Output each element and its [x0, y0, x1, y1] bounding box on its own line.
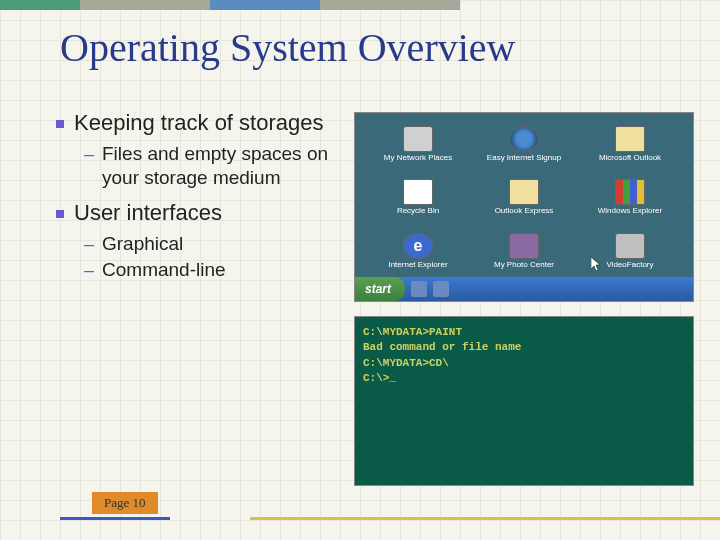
start-button[interactable]: start: [355, 277, 405, 301]
top-accent-bar: [0, 0, 720, 10]
start-label: start: [365, 282, 391, 296]
bullet-text: User interfaces: [74, 200, 222, 226]
bullet-dot-icon: [56, 210, 64, 218]
terminal-line: C:\>_: [363, 371, 685, 386]
outlook-express-icon-glyph: [509, 179, 539, 205]
bullet-item: Keeping track of storages – Files and em…: [56, 110, 346, 190]
desktop-icon-label: Microsoft Outlook: [599, 154, 661, 162]
footer-accent-blue: [60, 517, 170, 520]
bullet-list: Keeping track of storages – Files and em…: [56, 110, 346, 292]
bullet-item: User interfaces – Graphical – Command-li…: [56, 200, 346, 282]
sub-bullet-item: – Files and empty spaces on your storage…: [84, 142, 346, 190]
easy-internet-icon-glyph: [509, 126, 539, 152]
desktop-icon-label: Easy Internet Signup: [487, 154, 561, 162]
cursor-icon: [591, 257, 603, 273]
windows-explorer-icon[interactable]: Windows Explorer: [577, 171, 683, 225]
outlook-icon[interactable]: Microsoft Outlook: [577, 117, 683, 171]
desktop-icon-label: My Photo Center: [494, 261, 554, 269]
desktop-icon-label: VideoFactory: [607, 261, 654, 269]
windows-explorer-icon-glyph: [615, 179, 645, 205]
desktop-icon-label: Recycle Bin: [397, 207, 439, 215]
sub-bullet-text: Files and empty spaces on your storage m…: [102, 142, 346, 190]
footer-accent-yellow: [250, 517, 720, 520]
desktop-screenshot: My Network PlacesEasy Internet SignupMic…: [354, 112, 694, 302]
taskbar-tray-icon: [433, 281, 449, 297]
recycle-bin-icon-glyph: [403, 179, 433, 205]
bullet-text: Keeping track of storages: [74, 110, 323, 136]
desktop-icon-label: Internet Explorer: [388, 261, 447, 269]
ie-icon[interactable]: eInternet Explorer: [365, 224, 471, 278]
network-places-icon[interactable]: My Network Places: [365, 117, 471, 171]
dash-icon: –: [84, 234, 94, 256]
outlook-icon-glyph: [615, 126, 645, 152]
photo-center-icon[interactable]: My Photo Center: [471, 224, 577, 278]
sub-bullet-item: – Command-line: [84, 258, 346, 282]
sub-bullet-item: – Graphical: [84, 232, 346, 256]
recycle-bin-icon[interactable]: Recycle Bin: [365, 171, 471, 225]
sub-bullet-text: Command-line: [102, 258, 226, 282]
easy-internet-icon[interactable]: Easy Internet Signup: [471, 117, 577, 171]
desktop-icon-label: Outlook Express: [495, 207, 554, 215]
terminal-line: C:\MYDATA>PAINT: [363, 325, 685, 340]
slide-title: Operating System Overview: [60, 24, 680, 71]
command-line-screenshot: C:\MYDATA>PAINT Bad command or file name…: [354, 316, 694, 486]
taskbar-tray-icon: [411, 281, 427, 297]
dash-icon: –: [84, 144, 94, 166]
bullet-dot-icon: [56, 120, 64, 128]
dash-icon: –: [84, 260, 94, 282]
network-places-icon-glyph: [403, 126, 433, 152]
photo-center-icon-glyph: [509, 233, 539, 259]
ie-icon-glyph: e: [403, 233, 433, 259]
desktop-icon-label: My Network Places: [384, 154, 452, 162]
desktop-icon-label: Windows Explorer: [598, 207, 662, 215]
terminal-line: Bad command or file name: [363, 340, 685, 355]
sub-bullet-text: Graphical: [102, 232, 183, 256]
videofactory-icon-glyph: [615, 233, 645, 259]
terminal-line: C:\MYDATA>CD\: [363, 356, 685, 371]
taskbar: start: [355, 277, 693, 301]
outlook-express-icon[interactable]: Outlook Express: [471, 171, 577, 225]
page-number-badge: Page 10: [92, 492, 158, 514]
